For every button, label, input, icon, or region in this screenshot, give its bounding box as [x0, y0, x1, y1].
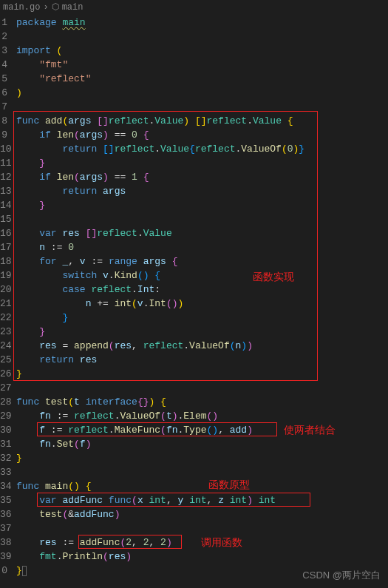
breadcrumb-file[interactable]: main.go	[3, 2, 40, 13]
code-line[interactable]	[16, 465, 388, 479]
code-line[interactable]: switch v.Kind() {	[16, 268, 388, 283]
annotation-impl: 函数实现	[253, 270, 294, 284]
code-line[interactable]: import (	[16, 44, 388, 58]
code-line[interactable]: for _, v := range args {	[16, 254, 388, 268]
annotation-proto: 函数原型	[208, 478, 250, 492]
code-line[interactable]: }	[16, 451, 388, 465]
code-line[interactable]: case reflect.Int:	[16, 283, 388, 297]
breadcrumb-symbol[interactable]: main	[62, 2, 84, 13]
breadcrumb: main.go › ⬡ main	[0, 0, 388, 16]
code-area[interactable]: package main import ( "fmt" "reflect") f…	[16, 16, 388, 578]
annotation-combine: 使两者结合	[284, 423, 336, 437]
code-line[interactable]: var res []reflect.Value	[16, 226, 388, 240]
code-line[interactable]: if len(args) == 1 {	[16, 170, 388, 184]
code-line[interactable]: func test(t interface{}) {	[16, 395, 388, 409]
code-line[interactable]: return []reflect.Value{reflect.ValueOf(0…	[16, 142, 388, 156]
code-line[interactable]: func add(args []reflect.Value) []reflect…	[16, 114, 388, 128]
code-line[interactable]: fn := reflect.ValueOf(t).Elem()	[16, 409, 388, 423]
code-line[interactable]: }	[16, 198, 388, 212]
code-line[interactable]	[16, 521, 388, 535]
code-line[interactable]	[16, 100, 388, 114]
breadcrumb-separator: ›	[43, 2, 48, 13]
code-line[interactable]: }	[16, 325, 388, 339]
code-line[interactable]: }	[16, 367, 388, 381]
code-line[interactable]: fn.Set(f)	[16, 437, 388, 451]
code-line[interactable]: return args	[16, 184, 388, 198]
code-line[interactable]: test(&addFunc)	[16, 507, 388, 521]
code-line[interactable]: }	[16, 156, 388, 170]
code-line[interactable]: package main	[16, 16, 388, 30]
code-line[interactable]: n += int(v.Int())	[16, 297, 388, 311]
code-line[interactable]: return res	[16, 353, 388, 367]
code-line[interactable]: "reflect"	[16, 72, 388, 86]
code-line[interactable]: if len(args) == 0 {	[16, 128, 388, 142]
code-line[interactable]: n := 0	[16, 240, 388, 254]
watermark: CSDN @两片空白	[302, 569, 381, 582]
cursor	[22, 566, 27, 576]
code-line[interactable]: }	[16, 311, 388, 325]
code-line[interactable]: var addFunc func(x int, y int, z int) in…	[16, 493, 388, 507]
code-line[interactable]	[16, 381, 388, 395]
code-line[interactable]: fmt.Println(res)	[16, 550, 388, 564]
code-line[interactable]: "fmt"	[16, 58, 388, 72]
code-line[interactable]: func main() {	[16, 479, 388, 493]
annotation-call: 调用函数	[201, 535, 242, 550]
code-line[interactable]	[16, 30, 388, 44]
line-gutter: 1234567891011121314151617181920212223242…	[0, 16, 16, 578]
hex-icon: ⬡	[52, 1, 59, 13]
code-line[interactable]: )	[16, 86, 388, 100]
code-editor[interactable]: 1234567891011121314151617181920212223242…	[0, 16, 388, 578]
code-line[interactable]	[16, 212, 388, 226]
code-line[interactable]: res = append(res, reflect.ValueOf(n))	[16, 339, 388, 353]
